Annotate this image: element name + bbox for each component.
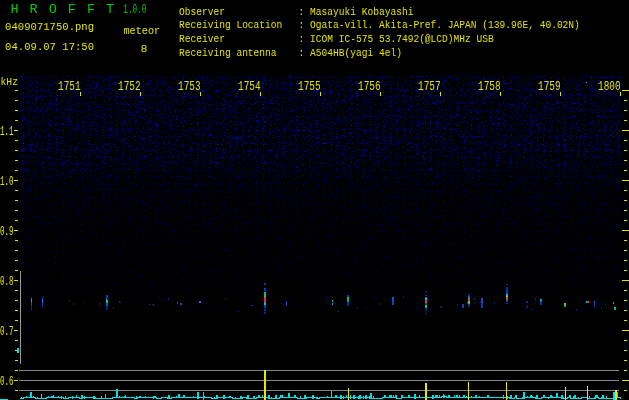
svg-text:O: O	[49, 2, 57, 17]
svg-text:0.9: 0.9	[0, 224, 14, 239]
svg-text:Receiving Location: Receiving Location	[179, 19, 282, 32]
svg-text:H: H	[11, 2, 19, 17]
svg-text:1800: 1800	[598, 80, 620, 93]
svg-text:: A504HB(yagi 4el): : A504HB(yagi 4el)	[299, 47, 402, 60]
svg-text:0.8: 0.8	[0, 274, 14, 289]
svg-text:1757: 1757	[418, 80, 440, 93]
svg-text:0.7: 0.7	[0, 324, 14, 339]
svg-text:F: F	[87, 2, 95, 17]
svg-text:0409071750.png: 0409071750.png	[5, 21, 94, 33]
svg-text:1753: 1753	[178, 80, 200, 93]
svg-text:1754: 1754	[238, 80, 260, 93]
svg-text:: Ogata-vill. Akita-Pref. JAPA: : Ogata-vill. Akita-Pref. JAPAN (139.96E…	[299, 19, 580, 32]
svg-text:1756: 1756	[358, 80, 380, 93]
svg-text:0.6: 0.6	[0, 374, 14, 389]
svg-text:: ICOM IC-575 53.7492(@LCD)MHz: : ICOM IC-575 53.7492(@LCD)MHz USB	[299, 33, 494, 46]
svg-text:kHz: kHz	[1, 75, 18, 88]
svg-text:R: R	[30, 2, 38, 17]
svg-text:1759: 1759	[538, 80, 560, 93]
svg-text:meteor: meteor	[124, 25, 161, 38]
svg-text:1752: 1752	[118, 80, 140, 93]
svg-text:: Masayuki Kobayashi: : Masayuki Kobayashi	[299, 5, 414, 18]
svg-text:Receiving antenna: Receiving antenna	[179, 47, 277, 60]
svg-text:1.0.0: 1.0.0	[123, 2, 146, 16]
svg-text:T: T	[106, 2, 114, 17]
svg-text:04.09.07 17:50: 04.09.07 17:50	[5, 41, 94, 53]
svg-text:Observer: Observer	[179, 5, 225, 18]
svg-text:1758: 1758	[478, 80, 500, 93]
svg-text:1751: 1751	[58, 80, 80, 93]
svg-text:1.0: 1.0	[0, 174, 14, 189]
svg-text:1755: 1755	[298, 80, 320, 93]
svg-text:F: F	[68, 2, 76, 17]
svg-text:1.1: 1.1	[0, 124, 14, 139]
svg-text:8: 8	[140, 42, 147, 55]
svg-text:Receiver: Receiver	[179, 33, 225, 46]
